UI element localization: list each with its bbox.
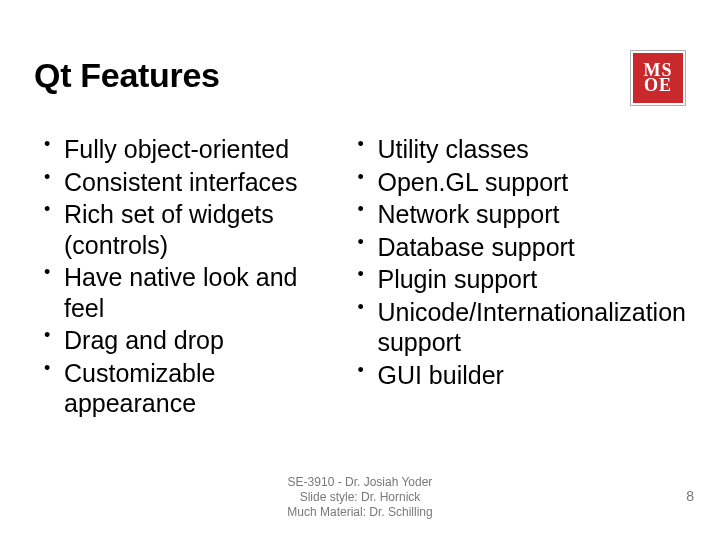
right-list: Utility classes Open.GL support Network … xyxy=(347,134,686,390)
left-column: Fully object-oriented Consistent interfa… xyxy=(34,134,335,421)
footer-line1: SE-3910 - Dr. Josiah Yoder xyxy=(0,475,720,490)
list-item: GUI builder xyxy=(347,360,686,391)
logo-row2: OE xyxy=(644,78,672,93)
header: Qt Features MS OE xyxy=(34,56,686,106)
content-columns: Fully object-oriented Consistent interfa… xyxy=(34,134,686,421)
list-item: Customizable appearance xyxy=(34,358,335,419)
right-column: Utility classes Open.GL support Network … xyxy=(347,134,686,421)
footer-line2: Slide style: Dr. Hornick xyxy=(0,490,720,505)
slide: Qt Features MS OE Fully object-oriented … xyxy=(0,0,720,540)
list-item: Rich set of widgets (controls) xyxy=(34,199,335,260)
list-item: Unicode/Internationalization support xyxy=(347,297,686,358)
list-item: Consistent interfaces xyxy=(34,167,335,198)
list-item: Open.GL support xyxy=(347,167,686,198)
list-item: Drag and drop xyxy=(34,325,335,356)
list-item: Database support xyxy=(347,232,686,263)
list-item: Utility classes xyxy=(347,134,686,165)
msoe-logo: MS OE xyxy=(630,50,686,106)
page-number: 8 xyxy=(686,488,694,504)
msoe-logo-inner: MS OE xyxy=(633,53,683,103)
left-list: Fully object-oriented Consistent interfa… xyxy=(34,134,335,419)
list-item: Network support xyxy=(347,199,686,230)
list-item: Plugin support xyxy=(347,264,686,295)
slide-title: Qt Features xyxy=(34,56,220,95)
footer-line3: Much Material: Dr. Schilling xyxy=(0,505,720,520)
footer: SE-3910 - Dr. Josiah Yoder Slide style: … xyxy=(0,475,720,520)
list-item: Fully object-oriented xyxy=(34,134,335,165)
list-item: Have native look and feel xyxy=(34,262,335,323)
